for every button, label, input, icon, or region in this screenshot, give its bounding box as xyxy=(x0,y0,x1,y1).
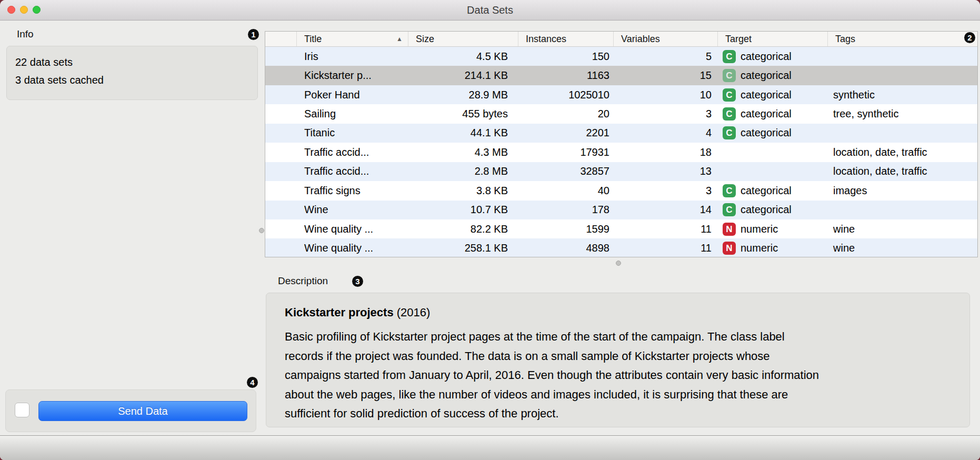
target-type-label: categorical xyxy=(741,69,792,82)
cell-instances: 1025010 xyxy=(518,89,614,101)
cell-instances: 20 xyxy=(518,108,614,120)
cell-variables: 10 xyxy=(614,89,718,101)
column-header-variables[interactable]: Variables xyxy=(614,32,718,46)
send-controls-box: Send Data xyxy=(5,389,256,432)
cell-title: Titanic xyxy=(297,127,408,139)
target-type-label: categorical xyxy=(741,89,792,101)
table-row[interactable]: Wine quality ... 258.1 KB 4898 11 N nume… xyxy=(265,238,977,257)
table-row[interactable]: Traffic signs 3.8 KB 40 3 C categorical … xyxy=(265,181,977,200)
cell-target: C categorical xyxy=(718,50,828,63)
cell-size: 214.1 KB xyxy=(408,69,518,82)
target-type-label: categorical xyxy=(741,108,792,120)
cell-title: Traffic accid... xyxy=(297,165,408,177)
cell-title: Wine xyxy=(297,204,408,216)
step-badge-3: 3 xyxy=(352,276,363,287)
table-row[interactable]: Wine 10.7 KB 178 14 C categorical xyxy=(265,201,977,219)
dataset-name: Kickstarter projects xyxy=(285,306,394,319)
cell-size: 28.9 MB xyxy=(408,89,518,101)
column-header-blank[interactable] xyxy=(265,32,297,46)
column-header-instances[interactable]: Instances xyxy=(518,32,614,46)
step-badge-4: 4 xyxy=(247,377,258,388)
cell-instances: 1599 xyxy=(518,223,614,235)
splitter-handle-vertical[interactable] xyxy=(259,228,264,233)
column-header-tags[interactable]: Tags xyxy=(828,32,977,46)
cell-instances: 1163 xyxy=(518,69,614,82)
target-type-label: categorical xyxy=(741,185,792,197)
cell-size: 2.8 MB xyxy=(408,165,518,177)
cell-tags: wine xyxy=(828,242,977,254)
cell-size: 3.8 KB xyxy=(408,185,518,197)
cell-variables: 18 xyxy=(614,146,718,158)
cell-size: 82.2 KB xyxy=(408,223,518,235)
target-type-icon: C xyxy=(723,107,736,121)
cell-target: C categorical xyxy=(718,126,828,139)
cell-variables: 3 xyxy=(614,185,718,197)
cell-title: Kickstarter p... xyxy=(297,69,408,82)
cell-instances: 150 xyxy=(518,51,614,63)
cell-title: Traffic signs xyxy=(297,185,408,197)
table-row[interactable]: Sailing 455 bytes 20 3 C categorical tre… xyxy=(265,104,977,123)
titlebar[interactable]: Data Sets xyxy=(0,0,980,21)
column-header-target[interactable]: Target xyxy=(718,32,828,46)
cell-variables: 5 xyxy=(614,51,718,63)
send-data-button[interactable]: Send Data xyxy=(38,401,247,421)
dataset-year: (2016) xyxy=(397,306,431,319)
cell-title: Sailing xyxy=(297,108,408,120)
table-row[interactable]: Poker Hand 28.9 MB 1025010 10 C categori… xyxy=(265,85,977,104)
cell-target: C categorical xyxy=(718,184,828,197)
info-cached-count: 3 data sets cached xyxy=(15,71,257,89)
cell-target: C categorical xyxy=(718,88,828,102)
target-type-icon: C xyxy=(723,203,736,216)
cell-target: N numeric xyxy=(718,223,828,236)
table-body: Iris 4.5 KB 150 5 C categorical Kickstar… xyxy=(265,47,977,257)
cell-title: Iris xyxy=(297,51,408,63)
info-datasets-count: 22 data sets xyxy=(15,53,257,71)
cell-tags: location, date, traffic xyxy=(828,165,977,177)
sort-ascending-icon: ▲ xyxy=(396,36,403,42)
target-type-label: categorical xyxy=(741,127,792,139)
column-header-size[interactable]: Size xyxy=(408,32,518,46)
cell-variables: 15 xyxy=(614,69,718,82)
cell-target: C categorical xyxy=(718,69,828,82)
data-sets-window: Data Sets Info 1 22 data sets 3 data set… xyxy=(0,0,980,460)
cell-instances: 2201 xyxy=(518,127,614,139)
table-row[interactable]: Titanic 44.1 KB 2201 4 C categorical xyxy=(265,124,977,143)
cell-instances: 178 xyxy=(518,204,614,216)
target-type-icon: C xyxy=(723,126,736,139)
target-type-label: categorical xyxy=(741,51,792,63)
cell-tags: images xyxy=(828,185,977,197)
target-type-label: numeric xyxy=(741,223,778,235)
cell-title: Traffic accid... xyxy=(297,146,408,158)
column-header-title-label: Title xyxy=(304,34,322,45)
datasets-table: Title ▲ Size Instances Variables Target … xyxy=(265,31,978,257)
step-badge-2: 2 xyxy=(964,32,975,43)
target-type-icon: C xyxy=(723,69,736,82)
cell-size: 10.7 KB xyxy=(408,204,518,216)
table-header: Title ▲ Size Instances Variables Target … xyxy=(265,32,977,47)
cell-variables: 14 xyxy=(614,204,718,216)
table-row[interactable]: Iris 4.5 KB 150 5 C categorical xyxy=(265,47,977,66)
table-row[interactable]: Traffic accid... 4.3 MB 17931 18 locatio… xyxy=(265,143,977,162)
cell-size: 4.3 MB xyxy=(408,146,518,158)
table-row[interactable]: Wine quality ... 82.2 KB 1599 11 N numer… xyxy=(265,219,977,238)
target-type-label: numeric xyxy=(741,242,778,254)
cell-title: Wine quality ... xyxy=(297,242,408,254)
info-box: 22 data sets 3 data sets cached xyxy=(6,46,258,100)
table-row[interactable]: Traffic accid... 2.8 MB 32857 13 locatio… xyxy=(265,162,977,181)
auto-send-checkbox[interactable] xyxy=(15,403,29,417)
cell-variables: 11 xyxy=(614,223,718,235)
cell-instances: 32857 xyxy=(518,165,614,177)
cell-size: 4.5 KB xyxy=(408,51,518,63)
description-section-label: Description xyxy=(278,275,328,287)
cell-instances: 40 xyxy=(518,185,614,197)
splitter-handle-horizontal[interactable] xyxy=(616,261,621,266)
info-section-label: Info xyxy=(17,28,34,40)
cell-instances: 4898 xyxy=(518,242,614,254)
column-header-title[interactable]: Title ▲ xyxy=(297,32,408,46)
target-type-icon: N xyxy=(723,242,736,255)
cell-tags: wine xyxy=(828,223,977,235)
cell-size: 258.1 KB xyxy=(408,242,518,254)
target-type-icon: C xyxy=(723,88,736,102)
table-row[interactable]: Kickstarter p... 214.1 KB 1163 15 C cate… xyxy=(265,66,977,85)
cell-tags: synthetic xyxy=(828,89,977,101)
